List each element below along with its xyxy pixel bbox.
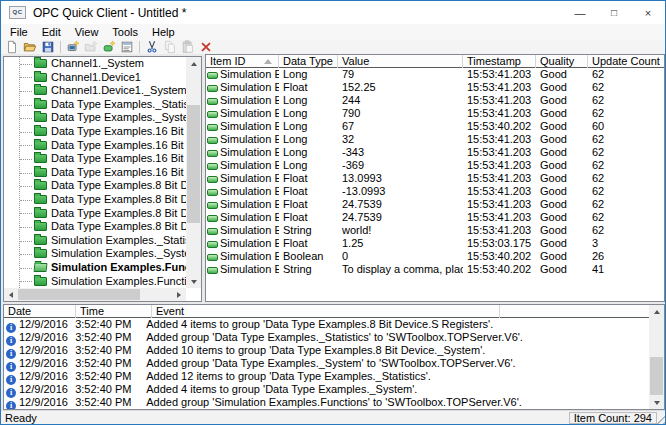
new-server-button[interactable] — [64, 40, 82, 54]
new-file-button[interactable] — [3, 40, 21, 54]
new-item-button[interactable] — [100, 40, 118, 54]
toolbar — [1, 40, 665, 54]
tree-item[interactable]: Simulation Examples.Functions — [4, 261, 186, 275]
tree-item[interactable]: Data Type Examples.8 Bit Device._S — [4, 179, 186, 193]
tree-item[interactable]: Channel1.Device1._System — [4, 84, 186, 98]
tree-item[interactable]: Channel1.Device1 — [4, 71, 186, 85]
item-row[interactable]: Simulation Ex... Long 32 15:53:41.203 Go… — [206, 133, 664, 146]
tag-icon — [207, 228, 218, 235]
tree-item[interactable]: Simulation Examples._Statistics — [4, 234, 186, 248]
paste-button[interactable] — [179, 40, 197, 54]
event-row[interactable]: 12/9/2016 3:52:40 PM Added 10 items to g… — [4, 344, 664, 357]
event-date-text: 12/9/2016 — [19, 370, 68, 382]
event-row[interactable]: 12/9/2016 3:52:40 PM Added 12 items to g… — [4, 370, 664, 383]
event-row[interactable]: 12/9/2016 3:52:40 PM Added 4 items to gr… — [4, 318, 664, 331]
item-row[interactable]: Simulation Ex... Boolean 0 15:53:40.202 … — [206, 250, 664, 263]
event-row[interactable]: 12/9/2016 3:52:40 PM Added group 'Data T… — [4, 357, 664, 370]
tree-vscroll-thumb[interactable] — [187, 105, 200, 223]
item-row[interactable]: Simulation Ex... Float 24.7539 15:53:41.… — [206, 211, 664, 224]
event-row[interactable]: 12/9/2016 3:52:40 PM Added group 'Simula… — [4, 396, 664, 409]
column-header-event[interactable]: Event — [152, 305, 500, 318]
item-row[interactable]: Simulation Ex... Float 1.25 15:53:03.175… — [206, 237, 664, 250]
tree-item[interactable]: Data Type Examples.16 Bit Device._ — [4, 125, 186, 139]
open-file-button[interactable] — [21, 40, 39, 54]
item-id-text: Simulation Ex... — [220, 146, 279, 158]
data-type-cell: String — [279, 224, 338, 237]
menu-item[interactable]: File — [3, 24, 35, 40]
tree-vertical-scrollbar[interactable] — [186, 57, 201, 288]
tree-item[interactable]: Channel1._System — [4, 57, 186, 71]
item-row[interactable]: Simulation Ex... Long 79 15:53:41.203 Go… — [206, 68, 664, 81]
maximize-button[interactable]: □ — [597, 1, 631, 24]
grid-body: Simulation Ex... Long 79 15:53:41.203 Go… — [206, 68, 664, 276]
column-header-update-count[interactable]: Update Count — [588, 55, 664, 68]
event-date-cell: 12/9/2016 — [4, 370, 71, 383]
tree-item-label: Data Type Examples.8 Bit Device.K — [51, 193, 186, 205]
tree-hscroll-thumb[interactable] — [18, 289, 140, 300]
tree-item[interactable]: Data Type Examples.16 Bit Device.R — [4, 152, 186, 166]
update-count-cell: 62 — [588, 68, 664, 81]
properties-button[interactable] — [118, 40, 136, 54]
event-row[interactable]: 12/9/2016 3:52:40 PM Added 4 items to gr… — [4, 383, 664, 396]
quality-cell: Good — [536, 211, 588, 224]
tag-icon — [207, 98, 218, 105]
item-row[interactable]: Simulation Ex... Long 67 15:53:40.202 Go… — [206, 120, 664, 133]
menu-item[interactable]: View — [68, 24, 106, 40]
item-id-text: Simulation Ex... — [220, 198, 279, 210]
tree-item[interactable]: Data Type Examples.16 Bit Device.K — [4, 139, 186, 153]
new-group-button[interactable] — [82, 40, 100, 54]
save-file-button[interactable] — [39, 40, 57, 54]
item-row[interactable]: Simulation Ex... Float 13.0993 15:53:41.… — [206, 172, 664, 185]
column-header-timestamp[interactable]: Timestamp — [463, 55, 536, 68]
close-button[interactable]: × — [631, 1, 665, 24]
data-type-cell: Float — [279, 185, 338, 198]
tag-icon — [207, 72, 218, 79]
tree-item[interactable]: Data Type Examples.8 Bit Device.K — [4, 193, 186, 207]
scroll-down-icon[interactable] — [186, 275, 201, 288]
event-vertical-scrollbar[interactable] — [649, 305, 664, 409]
item-row[interactable]: Simulation Ex... Long 244 15:53:41.203 G… — [206, 94, 664, 107]
item-row[interactable]: Simulation Ex... Long -369 15:53:41.203 … — [206, 159, 664, 172]
menu-item[interactable]: Edit — [35, 24, 68, 40]
column-header-date[interactable]: Date — [4, 305, 76, 318]
event-vscroll-thumb[interactable] — [650, 357, 663, 395]
folder-icon — [34, 59, 47, 68]
menu-item[interactable]: Tools — [105, 24, 145, 40]
minimize-button[interactable]: — — [563, 1, 597, 24]
item-row[interactable]: Simulation Ex... String world! 15:53:41.… — [206, 224, 664, 237]
data-type-cell: Long — [279, 120, 338, 133]
item-row[interactable]: Simulation Ex... String To display a com… — [206, 263, 664, 276]
scroll-up-icon[interactable] — [186, 57, 201, 70]
tree-item[interactable]: Data Type Examples.16 Bit Device.S — [4, 166, 186, 180]
scroll-down-icon[interactable] — [649, 396, 664, 409]
delete-button[interactable] — [197, 40, 215, 54]
item-row[interactable]: Simulation Ex... Float -13.0993 15:53:41… — [206, 185, 664, 198]
item-row[interactable]: Simulation Ex... Float 152.25 15:53:41.2… — [206, 81, 664, 94]
tree-horizontal-scrollbar[interactable] — [4, 288, 186, 301]
event-row[interactable]: 12/9/2016 3:52:40 PM Added group 'Data T… — [4, 331, 664, 344]
column-header-value[interactable]: Value — [338, 55, 463, 68]
tree-item[interactable]: Data Type Examples._System — [4, 111, 186, 125]
menu-item[interactable]: Help — [145, 24, 182, 40]
scroll-right-icon[interactable] — [172, 288, 186, 301]
event-date-text: 12/9/2016 — [19, 383, 68, 395]
item-row[interactable]: Simulation Ex... Long -343 15:53:41.203 … — [206, 146, 664, 159]
column-header-time[interactable]: Time — [76, 305, 152, 318]
tree-item-label: Channel1.Device1 — [51, 71, 141, 83]
tree-item[interactable]: Simulation Examples.Functions._Sys — [4, 275, 186, 289]
scroll-up-icon[interactable] — [649, 305, 664, 318]
tree-item[interactable]: Data Type Examples.8 Bit Device.R — [4, 207, 186, 221]
item-row[interactable]: Simulation Ex... Float 24.7539 15:53:41.… — [206, 198, 664, 211]
tree-item[interactable]: Data Type Examples.8 Bit Device.S — [4, 220, 186, 234]
tree-item[interactable]: Simulation Examples._System — [4, 247, 186, 261]
timestamp-cell: 15:53:40.202 — [463, 263, 536, 276]
column-header-item-id[interactable]: Item ID — [206, 55, 279, 68]
column-header-data-type[interactable]: Data Type — [279, 55, 338, 68]
cut-button[interactable] — [143, 40, 161, 54]
item-row[interactable]: Simulation Ex... Long 790 15:53:41.203 G… — [206, 107, 664, 120]
event-text-cell: Added group 'Simulation Examples.Functio… — [142, 396, 664, 409]
copy-button[interactable] — [161, 40, 179, 54]
tree-item[interactable]: Data Type Examples._Statistics — [4, 98, 186, 112]
scroll-left-icon[interactable] — [4, 288, 18, 301]
column-header-quality[interactable]: Quality — [536, 55, 588, 68]
